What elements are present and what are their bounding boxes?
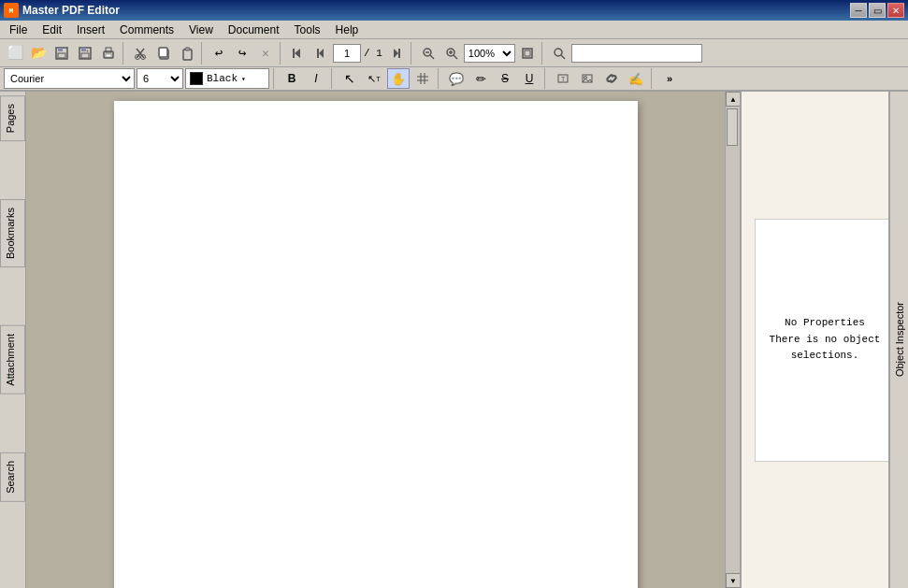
- fmt-sep-5: [651, 68, 655, 89]
- menu-help[interactable]: Help: [330, 22, 365, 38]
- save-as-button[interactable]: +: [74, 42, 96, 65]
- app-icon: M: [4, 3, 19, 18]
- svg-rect-17: [185, 48, 190, 50]
- underline-button[interactable]: U: [518, 68, 540, 89]
- object-inspector-tab[interactable]: Object Inspector: [894, 302, 905, 377]
- svg-line-34: [561, 55, 565, 59]
- zoom-out-button[interactable]: [417, 42, 440, 65]
- link-button[interactable]: [600, 68, 623, 89]
- bold-button[interactable]: B: [281, 68, 303, 89]
- menu-edit[interactable]: Edit: [36, 22, 67, 38]
- vertical-scrollbar: ▲ ▼: [725, 92, 740, 588]
- comment-button[interactable]: 💬: [445, 68, 468, 89]
- sign-button[interactable]: ✍: [625, 68, 647, 89]
- close-button[interactable]: ✕: [887, 3, 904, 18]
- page-total: / 1: [364, 48, 382, 59]
- redo-button[interactable]: ↪: [231, 42, 253, 65]
- font-name-select[interactable]: Courier: [4, 68, 135, 89]
- copy-button[interactable]: [152, 42, 175, 65]
- grid-tool-button[interactable]: [411, 68, 434, 89]
- menu-tools[interactable]: Tools: [289, 22, 326, 38]
- next-page-button[interactable]: [385, 42, 408, 65]
- close-doc-button[interactable]: ✕: [254, 42, 277, 65]
- svg-text:+: +: [86, 49, 89, 54]
- minimize-button[interactable]: ─: [850, 3, 867, 18]
- text-field-button[interactable]: T: [552, 68, 574, 89]
- right-panel: No Properties There is no object selecti…: [740, 92, 908, 588]
- restore-button[interactable]: ▭: [869, 3, 886, 18]
- more-button[interactable]: »: [658, 68, 681, 89]
- color-picker-button[interactable]: Black ▾: [185, 68, 269, 89]
- svg-point-33: [555, 49, 562, 56]
- svg-rect-32: [525, 50, 530, 56]
- search-tab[interactable]: Search: [0, 452, 25, 502]
- save-button[interactable]: [50, 42, 73, 65]
- left-sidebar: Pages Bookmarks Attachment Search: [0, 92, 26, 588]
- undo-button[interactable]: ↩: [208, 42, 230, 65]
- scroll-track[interactable]: [726, 107, 740, 573]
- image-button[interactable]: [576, 68, 598, 89]
- paste-button[interactable]: [176, 42, 198, 65]
- title-bar: M Master PDF Editor ─ ▭ ✕: [0, 0, 908, 21]
- menu-bar: File Edit Insert Comments View Document …: [0, 21, 908, 39]
- prev-page-button[interactable]: [310, 42, 332, 65]
- zoom-select[interactable]: 100%75%125%150%: [464, 44, 515, 63]
- hand-tool-button[interactable]: ✋: [387, 68, 410, 89]
- scroll-thumb[interactable]: [727, 108, 738, 146]
- svg-rect-2: [58, 53, 65, 58]
- strikeout-button[interactable]: S: [494, 68, 516, 89]
- menu-document[interactable]: Document: [223, 22, 285, 38]
- svg-rect-16: [183, 50, 192, 60]
- no-properties-line2: There is no object: [770, 332, 881, 349]
- svg-text:T: T: [561, 76, 566, 82]
- color-swatch: [190, 72, 203, 85]
- search-icon: [548, 42, 570, 65]
- scroll-up-button[interactable]: ▲: [726, 92, 741, 107]
- pencil-button[interactable]: ✏: [469, 68, 492, 89]
- separator-2: [201, 42, 205, 65]
- svg-rect-20: [317, 49, 319, 58]
- separator-5: [541, 42, 545, 65]
- svg-marker-23: [394, 49, 398, 58]
- app-title: Master PDF Editor: [22, 4, 120, 17]
- zoom-in-button[interactable]: [440, 42, 463, 65]
- svg-rect-18: [293, 49, 295, 58]
- color-label: Black: [207, 73, 238, 84]
- svg-marker-21: [319, 49, 324, 58]
- no-properties-box: No Properties There is no object selecti…: [755, 219, 895, 462]
- print-button[interactable]: [97, 42, 120, 65]
- format-toolbar: Courier 6 Black ▾ B I ↖ ↖T ✋ 💬 ✏ S U T ✍…: [0, 67, 908, 92]
- new-button[interactable]: ⬜: [4, 42, 26, 65]
- zoom-fit-button[interactable]: [516, 42, 539, 65]
- page-number-input[interactable]: [333, 44, 361, 63]
- main-area: Pages Bookmarks Attachment Search ▲ ▼ No…: [0, 92, 908, 588]
- menu-comments[interactable]: Comments: [114, 22, 180, 38]
- menu-view[interactable]: View: [183, 22, 219, 38]
- attachment-tab[interactable]: Attachment: [0, 325, 25, 394]
- open-button[interactable]: 📂: [27, 42, 50, 65]
- fmt-sep-2: [331, 68, 335, 89]
- menu-insert[interactable]: Insert: [71, 22, 110, 38]
- no-properties-line1: No Properties: [770, 315, 881, 332]
- svg-marker-19: [295, 49, 300, 58]
- svg-rect-9: [106, 54, 111, 57]
- svg-rect-22: [398, 49, 400, 58]
- svg-rect-15: [159, 48, 167, 57]
- search-input[interactable]: [571, 44, 702, 63]
- color-dropdown-icon: ▾: [241, 75, 246, 83]
- font-size-select[interactable]: 6: [137, 68, 183, 89]
- fmt-sep-1: [273, 68, 277, 89]
- fmt-sep-3: [438, 68, 441, 89]
- bookmarks-tab[interactable]: Bookmarks: [0, 199, 25, 267]
- cut-button[interactable]: [129, 42, 151, 65]
- separator-3: [280, 42, 283, 65]
- pages-tab[interactable]: Pages: [0, 95, 25, 141]
- menu-file[interactable]: File: [4, 22, 33, 38]
- italic-button[interactable]: I: [305, 68, 327, 89]
- first-page-button[interactable]: [286, 42, 309, 65]
- fmt-sep-4: [544, 68, 548, 89]
- select-text-button[interactable]: ↖T: [363, 68, 385, 89]
- select-tool-button[interactable]: ↖: [339, 68, 361, 89]
- page-display-area: [26, 92, 725, 588]
- scroll-down-button[interactable]: ▼: [726, 573, 741, 588]
